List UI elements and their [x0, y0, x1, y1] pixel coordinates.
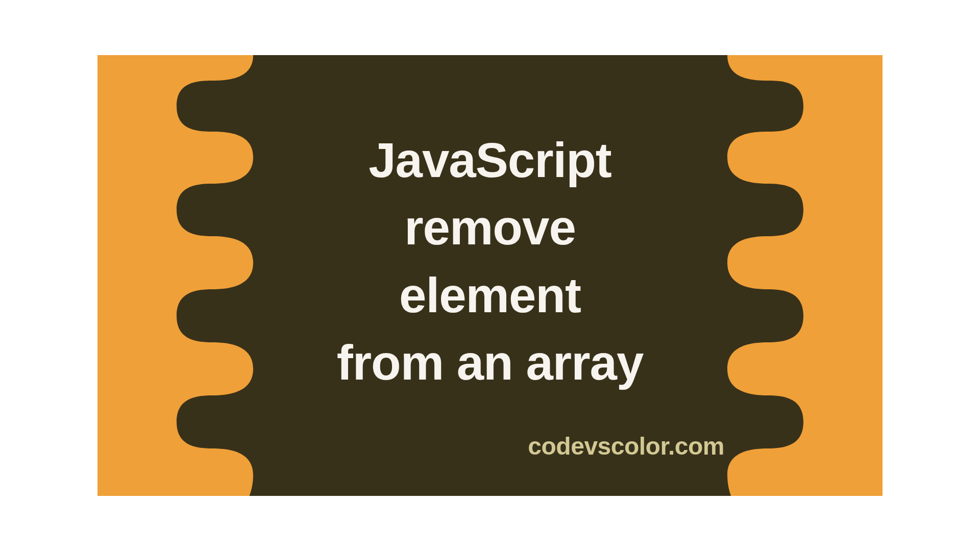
- heading-line-3: element: [399, 268, 581, 322]
- heading-line-1: JavaScript: [369, 133, 611, 187]
- banner-card: JavaScript remove element from an array …: [97, 55, 883, 496]
- brand-label: codevscolor.com: [528, 432, 724, 460]
- heading-line-4: from an array: [337, 335, 644, 390]
- banner-heading: JavaScript remove element from an array: [97, 127, 883, 397]
- heading-line-2: remove: [404, 200, 576, 255]
